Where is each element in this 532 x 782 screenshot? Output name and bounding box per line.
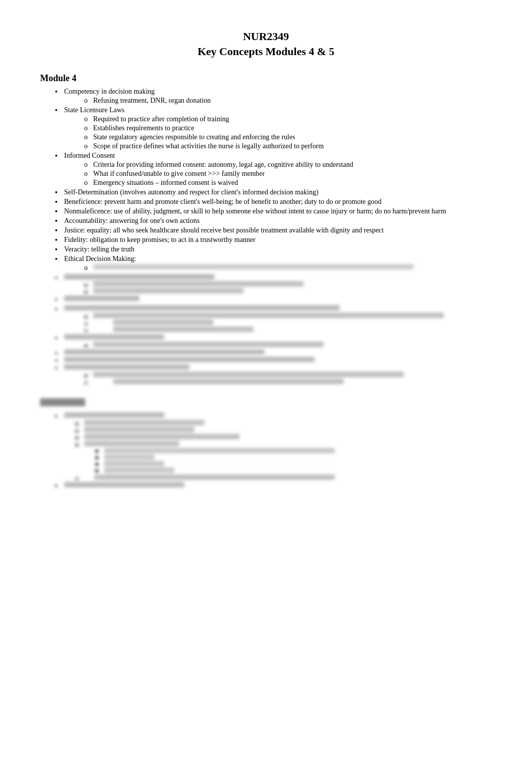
- module4-list: Competency in decision making Refusing t…: [40, 88, 492, 384]
- list-item: Nonmaleficence: use of ability, judgment…: [55, 207, 492, 215]
- list-item: Informed Consent Criteria for providing …: [55, 152, 492, 187]
- list-item-blurred: [84, 264, 492, 273]
- page-header: NUR2349 Key Concepts Modules 4 & 5: [40, 30, 492, 58]
- list-item: State regulatory agencies responsible to…: [84, 133, 492, 141]
- module4-heading: Module 4: [40, 73, 492, 84]
- list-item-blurred: [55, 296, 492, 301]
- list-item: Self-Determination (involves autonomy an…: [55, 188, 492, 196]
- list-item-blurred: [55, 357, 492, 362]
- list-item: Justice: equality; all who seek healthca…: [55, 226, 492, 234]
- list-item: Accountability: answering for one's own …: [55, 217, 492, 225]
- sublist: Required to practice after completion of…: [64, 115, 492, 150]
- list-item: Veracity: telling the truth: [55, 245, 492, 253]
- list-item: Fidelity: obligation to keep promises; t…: [55, 236, 492, 244]
- list-item: State Licensure Laws Required to practic…: [55, 106, 492, 150]
- list-item: Criteria for providing informed consent:…: [84, 161, 492, 169]
- module5-section: ■ o o o o: [40, 398, 492, 487]
- sublist: Refusing treatment, DNR, organ donation: [64, 97, 492, 105]
- list-item: Emergency situations – informed consent …: [84, 179, 492, 187]
- list-item-blurred: o: [55, 364, 492, 384]
- list-item: Establishes requirements to practice: [84, 124, 492, 132]
- list-item: Competency in decision making Refusing t…: [55, 88, 492, 105]
- list-item-blurred: [55, 349, 492, 355]
- module5-heading: [40, 398, 85, 406]
- course-title: NUR2349: [40, 30, 492, 43]
- list-item: What if confused/unable to give consent …: [84, 170, 492, 178]
- list-item: Scope of practice defines what activitie…: [84, 142, 492, 150]
- sublist: [64, 264, 492, 273]
- list-item-blurred: o: [55, 305, 492, 332]
- list-item: Required to practice after completion of…: [84, 115, 492, 123]
- list-item: Refusing treatment, DNR, organ donation: [84, 97, 492, 105]
- list-item-blurred: o o: [55, 274, 492, 294]
- document-title: Key Concepts Modules 4 & 5: [40, 45, 492, 58]
- sublist: Criteria for providing informed consent:…: [64, 161, 492, 187]
- list-item: Ethical Decision Making:: [55, 255, 492, 273]
- list-item-blurred: o: [55, 334, 492, 347]
- module4-section: Module 4 Competency in decision making R…: [40, 73, 492, 487]
- list-item: Beneficience: prevent harm and promote c…: [55, 198, 492, 206]
